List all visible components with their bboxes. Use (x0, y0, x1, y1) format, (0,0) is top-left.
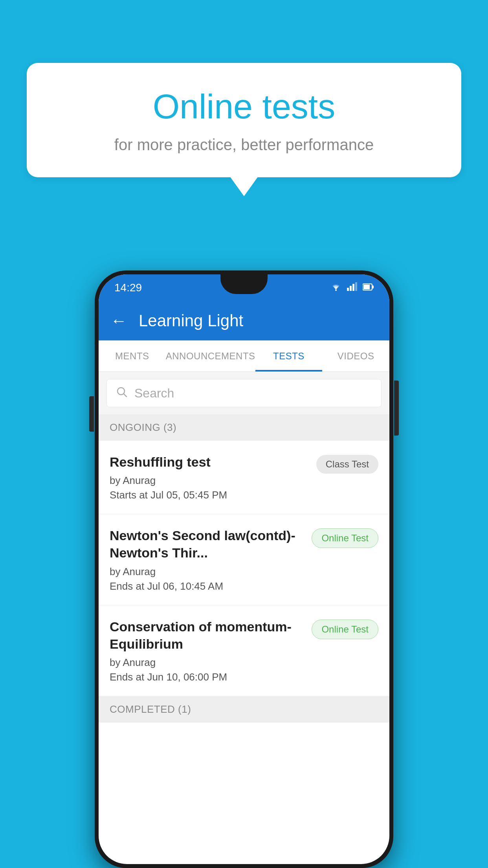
test-info: Newton's Second law(contd)-Newton's Thir… (110, 527, 305, 592)
completed-section-header: COMPLETED (1) (99, 696, 389, 723)
test-date: Starts at Jul 05, 05:45 PM (110, 489, 310, 501)
svg-point-0 (335, 289, 337, 291)
tab-videos[interactable]: VIDEOS (322, 340, 389, 371)
status-bar: 14:29 (99, 274, 389, 301)
test-info: Conservation of momentum-Equilibrium by … (110, 618, 305, 683)
svg-rect-7 (372, 285, 374, 289)
test-item[interactable]: Reshuffling test by Anurag Starts at Jul… (99, 441, 389, 514)
phone-outer: 14:29 (95, 270, 393, 868)
svg-rect-3 (352, 284, 354, 291)
signal-icon (347, 282, 357, 293)
test-item[interactable]: Conservation of momentum-Equilibrium by … (99, 605, 389, 696)
ongoing-section-title: ONGOING (3) (110, 421, 176, 433)
bubble-title: Online tests (58, 86, 430, 127)
test-name: Reshuffling test (110, 453, 310, 471)
test-name: Newton's Second law(contd)-Newton's Thir… (110, 527, 305, 561)
battery-icon (363, 282, 374, 293)
app-bar-title: Learning Light (139, 311, 243, 330)
test-badge-class: Class Test (316, 455, 378, 474)
search-bar-container: Search (99, 372, 389, 414)
test-date: Ends at Jun 10, 06:00 PM (110, 671, 305, 683)
svg-rect-6 (363, 285, 370, 289)
test-item[interactable]: Newton's Second law(contd)-Newton's Thir… (99, 514, 389, 605)
test-author: by Anurag (110, 566, 305, 578)
status-time: 14:29 (114, 281, 142, 294)
svg-rect-2 (350, 286, 352, 291)
speech-bubble-container: Online tests for more practice, better p… (27, 63, 461, 177)
notch (220, 274, 268, 294)
test-badge-online-2: Online Test (312, 620, 378, 639)
wifi-icon (330, 282, 341, 293)
tab-ments[interactable]: MENTS (99, 340, 166, 371)
svg-rect-4 (355, 282, 357, 291)
test-badge-online: Online Test (312, 528, 378, 548)
tabs-bar: MENTS ANNOUNCEMENTS TESTS VIDEOS (99, 340, 389, 372)
test-date: Ends at Jul 06, 10:45 AM (110, 580, 305, 592)
test-info: Reshuffling test by Anurag Starts at Jul… (110, 453, 310, 501)
speech-bubble: Online tests for more practice, better p… (27, 63, 461, 177)
search-placeholder: Search (134, 386, 174, 401)
tab-announcements[interactable]: ANNOUNCEMENTS (166, 340, 255, 371)
test-author: by Anurag (110, 474, 310, 487)
phone-frame: 14:29 (95, 270, 393, 868)
svg-line-9 (124, 394, 127, 397)
status-icons (330, 282, 374, 293)
completed-section-title: COMPLETED (1) (110, 703, 191, 715)
phone-inner: 14:29 (99, 274, 389, 864)
search-bar[interactable]: Search (106, 379, 382, 407)
test-author: by Anurag (110, 657, 305, 669)
test-list: Reshuffling test by Anurag Starts at Jul… (99, 441, 389, 696)
search-icon (116, 386, 127, 401)
back-button[interactable]: ← (110, 311, 127, 330)
test-name: Conservation of momentum-Equilibrium (110, 618, 305, 653)
app-bar: ← Learning Light (99, 301, 389, 340)
ongoing-section-header: ONGOING (3) (99, 414, 389, 441)
bubble-subtitle: for more practice, better performance (58, 136, 430, 154)
svg-rect-1 (347, 288, 349, 291)
tab-tests[interactable]: TESTS (255, 340, 323, 371)
